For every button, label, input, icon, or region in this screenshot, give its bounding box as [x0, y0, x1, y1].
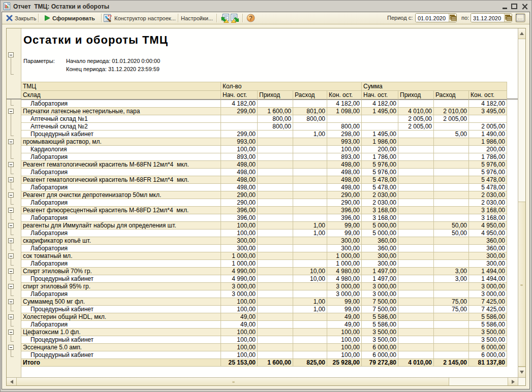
value-cell: 1 600,00 [258, 108, 293, 115]
generate-button[interactable]: Сформировать [44, 12, 95, 24]
value-cell: 3 000,00 [327, 290, 362, 298]
value-cell [398, 130, 434, 138]
table-row-warehouse: Лаборатория290,00290,002 030,002 030,00 [21, 199, 507, 207]
help-button[interactable]: ? [246, 12, 255, 24]
group-bracket-line [11, 167, 11, 174]
table-row-warehouse: Лаборатория3 000,003 000,003 000,003 000… [21, 290, 507, 298]
row-label: Реагент гематологический краситель М-68F… [21, 176, 221, 184]
report-table: ТМЦКол-воСуммаСкладНач. ост.ПриходРасход… [21, 82, 507, 367]
value-cell: 3 000,00 [469, 290, 507, 298]
restore-settings-button[interactable] [220, 12, 229, 24]
collapse-group-button[interactable] [8, 284, 14, 289]
settings-button[interactable]: Настройки... [181, 12, 213, 24]
period-from-input[interactable] [416, 14, 449, 22]
value-cell [293, 169, 327, 176]
value-cell: 3 500,00 [469, 329, 507, 336]
collapse-group-button[interactable] [8, 109, 14, 114]
value-cell: 299,00 [221, 108, 258, 115]
collapse-group-button[interactable] [8, 223, 14, 228]
collapse-group-button[interactable] [8, 314, 14, 319]
collapse-group-button[interactable] [8, 253, 14, 258]
value-cell [434, 260, 469, 268]
value-cell [434, 191, 469, 199]
table-row-warehouse: Процедурный кабинет4 990,0010,004 980,00… [21, 275, 507, 283]
collapse-group-button[interactable] [8, 269, 14, 274]
close-report-button[interactable]: Закрыть [6, 12, 36, 24]
table-row-item: Эссенциале 5.0 амп.100,00100,006 000,006… [21, 344, 507, 351]
collapse-group-button[interactable] [8, 139, 14, 144]
value-cell [398, 268, 434, 275]
value-cell: 2 005,00 [469, 123, 507, 130]
period-from-label: Период с: [387, 15, 413, 21]
value-cell: 49,00 [327, 313, 362, 321]
table-row-warehouse: Лаборатория893,00893,001 786,001 786,00 [21, 153, 507, 161]
run-triangle-icon [44, 15, 50, 21]
period-more-button[interactable]: ... [515, 13, 525, 22]
collapse-group-button[interactable] [8, 345, 14, 350]
calendar-button[interactable] [449, 14, 456, 22]
value-cell [258, 351, 293, 359]
value-cell: 290,00 [221, 191, 258, 199]
group-bracket-end [11, 311, 14, 311]
value-cell [293, 146, 327, 153]
value-cell [398, 313, 434, 321]
row-label: Спирт этиловый 70% гр. [21, 268, 221, 275]
report-canvas: Остатки и обороты ТМЦ Параметры: Начало … [7, 28, 518, 377]
scroll-up-button[interactable] [518, 28, 525, 39]
value-cell: 4 950,00 [469, 230, 507, 237]
value-cell: 5 000,00 [362, 222, 398, 230]
value-cell: 2 030,00 [469, 191, 507, 199]
value-cell [434, 214, 469, 222]
horizontal-scrollbar[interactable] [7, 377, 518, 385]
scroll-down-button[interactable] [518, 367, 525, 377]
collapse-group-button[interactable] [8, 208, 14, 213]
value-cell: 300,00 [469, 252, 507, 260]
row-label: реагенты для Иммулайт наборы для определ… [21, 222, 221, 230]
scroll-left-button[interactable] [7, 378, 17, 385]
scroll-right-button[interactable] [508, 378, 518, 385]
value-cell: 396,00 [327, 207, 362, 214]
collapse-group-button[interactable] [8, 330, 14, 335]
table-row-warehouse: Кардиология100,00100,00200,00200,00 [21, 146, 507, 153]
close-icon[interactable] [521, 4, 528, 10]
collapse-group-button[interactable] [8, 299, 14, 304]
collapse-group-button[interactable] [8, 192, 14, 198]
value-cell: 4 980,00 [327, 275, 362, 283]
value-cell: 6 000,00 [362, 344, 398, 351]
collapse-report-button[interactable] [8, 52, 14, 57]
value-cell: 800,00 [258, 123, 293, 130]
header-subcolumn: Кон. ост. [327, 91, 362, 100]
row-label: Реагент для очистки депротеинизатор 50мл… [21, 191, 221, 199]
collapse-group-button[interactable] [8, 162, 14, 167]
value-cell [398, 207, 434, 214]
calendar-button[interactable] [504, 14, 512, 22]
horizontal-scroll-thumb[interactable] [17, 378, 449, 385]
collapse-group-button[interactable] [8, 177, 14, 182]
value-cell: 800,00 [327, 123, 362, 130]
minimize-icon[interactable] [503, 8, 507, 9]
save-settings-button[interactable] [231, 12, 240, 24]
value-cell: 100,00 [221, 351, 258, 359]
value-cell: 498,00 [327, 176, 362, 184]
value-cell: 825,00 [293, 359, 327, 367]
header-sum-group: Сумма [362, 82, 507, 91]
table-row-warehouse: Аптечный склад №2800,00800,002 005,002 0… [21, 123, 507, 130]
value-cell [293, 283, 327, 290]
group-bracket-end [11, 105, 14, 106]
value-cell [258, 169, 293, 176]
value-cell [258, 130, 293, 138]
constructor-button[interactable]: Конструктор настроек... [104, 12, 176, 24]
period-to-input[interactable] [471, 14, 504, 22]
value-cell: 4 182,00 [469, 100, 507, 108]
group-bracket-line [11, 289, 11, 296]
vertical-scroll-thumb[interactable] [518, 202, 525, 367]
value-cell: 5 976,00 [469, 161, 507, 169]
collapse-group-button[interactable] [8, 238, 14, 243]
value-cell: 300,00 [221, 237, 258, 245]
maximize-icon[interactable] [511, 4, 517, 9]
vertical-scrollbar[interactable] [518, 28, 525, 377]
value-cell: 299,00 [221, 130, 258, 138]
value-cell [398, 260, 434, 268]
row-label: Лаборатория [21, 214, 221, 222]
value-cell [398, 298, 434, 306]
